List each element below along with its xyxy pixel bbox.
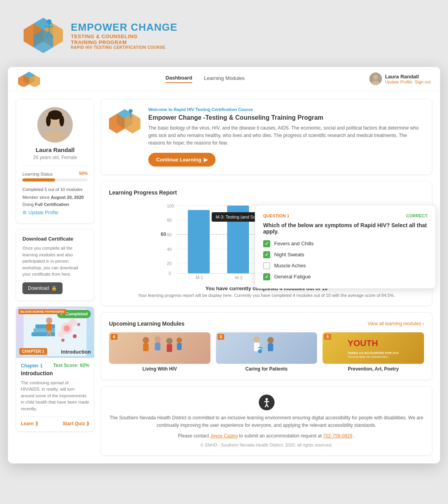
right-content: Welcome to Rapid HIV Testing Certificati… bbox=[101, 99, 432, 456]
upcoming-header: Upcoming Learning Modules View all learn… bbox=[109, 321, 424, 327]
svg-point-75 bbox=[267, 337, 274, 343]
accessibility-contact: Please contact Joyce Castro to submit an… bbox=[109, 433, 424, 439]
contact-prefix: Please contact bbox=[178, 433, 210, 439]
svg-text:0: 0 bbox=[169, 271, 171, 275]
svg-point-4 bbox=[47, 19, 52, 24]
nav-dashboard[interactable]: Dashboard bbox=[166, 75, 192, 83]
svg-point-39 bbox=[129, 109, 133, 113]
continue-learning-button[interactable]: Continue Learning ▶ bbox=[148, 153, 216, 167]
phone-link[interactable]: 702-759-0829 bbox=[323, 433, 352, 439]
nav-user-info: Laura Randall Update Profile Sign out bbox=[385, 74, 431, 84]
completed-modules: Completed 5 out of 10 modules bbox=[22, 187, 88, 192]
logo-title: EMPOWER CHANGE bbox=[71, 21, 177, 33]
svg-line-85 bbox=[267, 404, 268, 407]
chapter-badge: CHAPTER 1 bbox=[19, 348, 47, 355]
continue-label: Continue Learning bbox=[156, 157, 201, 163]
correct-label: CORRECT bbox=[406, 213, 428, 218]
svg-rect-76 bbox=[268, 343, 273, 351]
chart-card: Learning Progress Report 100 80 60 40 20… bbox=[101, 181, 432, 306]
quiz-icon: ⟫ bbox=[87, 421, 89, 426]
member-date: August 20, 2020 bbox=[51, 195, 84, 200]
main-content: Laura Randall 26 years old, Female Learn… bbox=[8, 91, 440, 463]
contact-link[interactable]: Joyce Castro bbox=[210, 433, 238, 439]
cert-type: Full Certification bbox=[35, 202, 69, 207]
download-label: Download bbox=[28, 285, 49, 291]
arrow-right-icon: › bbox=[422, 321, 424, 326]
nav-logo bbox=[17, 71, 41, 87]
logo-text: EMPOWER CHANGE TESTING & COUNSELING TRAI… bbox=[71, 21, 177, 50]
svg-text:100: 100 bbox=[167, 203, 174, 208]
svg-rect-67 bbox=[155, 343, 160, 350]
module-card-desc: The continuing spread of HIV/AIDS, in re… bbox=[21, 380, 89, 412]
progress-bar bbox=[22, 178, 88, 182]
footer-text: © SNHD - Southern Nevada Health District… bbox=[109, 443, 424, 447]
logo-tag: RAPID HIV TESTING CERTIFICATION COURSE bbox=[71, 45, 177, 50]
learn-icon: ⟫ bbox=[35, 421, 38, 426]
update-profile-link[interactable]: Update Profile bbox=[385, 80, 413, 84]
svg-text:40: 40 bbox=[167, 246, 171, 251]
svg-text:M-1: M-1 bbox=[196, 275, 203, 280]
learning-status-label: Learning Status bbox=[22, 172, 53, 176]
svg-rect-24 bbox=[35, 324, 55, 328]
module-badge-2: 5 bbox=[218, 334, 225, 340]
sign-out-link[interactable]: Sign out bbox=[415, 80, 431, 84]
module-test-score: Test Score: 92% bbox=[53, 363, 89, 368]
download-button[interactable]: Download 🔒 bbox=[22, 282, 63, 294]
module-card-actions: Learn ⟫ Start Quiz ⟫ bbox=[21, 417, 89, 426]
view-all-link[interactable]: View all learning modules › bbox=[368, 321, 424, 326]
lock-icon: 🔒 bbox=[51, 285, 57, 291]
checkbox-1[interactable]: ✓ bbox=[263, 240, 270, 247]
quiz-options: ✓ Fevers and Chills ✓ Night Sweats bbox=[263, 240, 428, 280]
svg-text:20: 20 bbox=[167, 261, 171, 266]
svg-text:60: 60 bbox=[161, 231, 166, 237]
svg-point-33 bbox=[73, 334, 77, 338]
logo-icon bbox=[20, 16, 67, 55]
left-sidebar: Laura Randall 26 years old, Female Learn… bbox=[16, 99, 94, 456]
svg-point-64 bbox=[143, 337, 149, 343]
module-thumb-2[interactable]: 5 bbox=[216, 332, 317, 372]
learn-button[interactable]: Learn ⟫ bbox=[21, 421, 38, 426]
top-logo-area: EMPOWER CHANGE TESTING & COUNSELING TRAI… bbox=[8, 8, 440, 67]
svg-point-68 bbox=[166, 338, 173, 344]
checkbox-4[interactable]: ✓ bbox=[263, 273, 270, 280]
module-img-1: 4 bbox=[109, 332, 210, 364]
svg-point-81 bbox=[265, 398, 268, 400]
profile-stats: Learning Status 50% Completed 5 out of 1… bbox=[22, 166, 88, 215]
svg-rect-65 bbox=[143, 343, 149, 351]
nav-learning-modules[interactable]: Learning Modules bbox=[204, 75, 245, 83]
profile-name: Laura Randall bbox=[22, 146, 88, 153]
quiz-option-1: ✓ Fevers and Chills bbox=[263, 240, 428, 247]
module-card-image: BLOOD BORNE PATHOGENS ✓ Completed bbox=[16, 307, 94, 358]
nav-links: Dashboard Learning Modules bbox=[166, 75, 245, 83]
top-nav: Dashboard Learning Modules Laura Randall… bbox=[8, 67, 440, 91]
learn-label: Learn bbox=[21, 421, 34, 426]
contact-middle: to submit an accommodation request at bbox=[239, 433, 323, 439]
svg-rect-26 bbox=[46, 324, 52, 331]
svg-point-30 bbox=[64, 325, 70, 332]
nav-logo-icon bbox=[17, 71, 41, 87]
start-quiz-button[interactable]: Start Quiz ⟫ bbox=[63, 421, 89, 426]
arrow-icon: ▶ bbox=[204, 157, 208, 163]
option-label-1: Fevers and Chills bbox=[274, 241, 313, 246]
profile-age: 26 years old, Female bbox=[22, 155, 88, 160]
option-label-2: Night Sweats bbox=[274, 252, 304, 258]
module-preview-card: BLOOD BORNE PATHOGENS ✓ Completed bbox=[16, 306, 94, 432]
update-profile-button[interactable]: ⚙ Update Profile bbox=[22, 210, 88, 215]
upcoming-title: Upcoming Learning Modules bbox=[109, 321, 184, 327]
module-img-3: 6 YOUTH TAKES 1/3 ACCOUNTED FOR 21% 7% o… bbox=[323, 332, 424, 364]
download-card-text: Once you complete all the learning modul… bbox=[22, 245, 88, 278]
profile-avatar bbox=[37, 107, 73, 143]
doing-certification: Doing Full Certification bbox=[22, 202, 88, 207]
module-card-body: Chapter 1 Test Score: 92% Introduction T… bbox=[16, 358, 94, 432]
download-card-title: Download Certificate bbox=[22, 236, 88, 242]
checkbox-2[interactable]: ✓ bbox=[263, 251, 270, 258]
checkbox-3[interactable] bbox=[263, 262, 270, 269]
module-intro-label: Introduction bbox=[61, 349, 91, 355]
svg-point-31 bbox=[69, 319, 77, 326]
quiz-label: Start Quiz bbox=[63, 421, 85, 426]
svg-point-19 bbox=[46, 115, 51, 126]
svg-point-34 bbox=[77, 323, 80, 326]
module-thumb-3[interactable]: 6 YOUTH TAKES 1/3 ACCOUNTED FOR 21% 7% o… bbox=[323, 332, 424, 372]
module-thumb-1[interactable]: 4 bbox=[109, 332, 210, 372]
question-label: QUESTION 1 bbox=[263, 213, 289, 218]
